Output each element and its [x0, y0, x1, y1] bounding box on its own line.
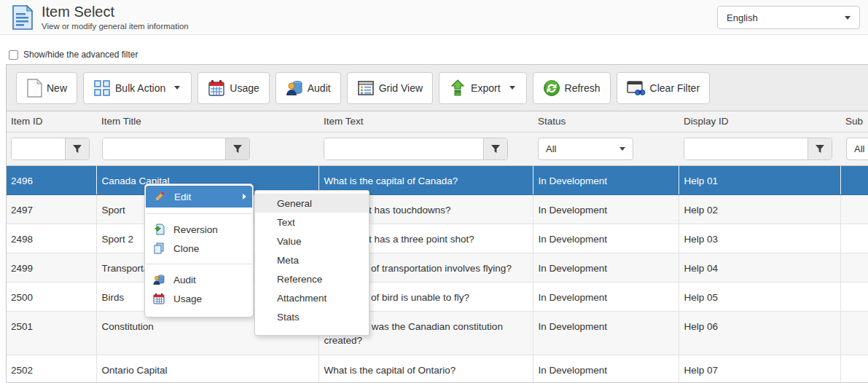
context-menu-item-label: Clone: [173, 243, 199, 254]
advanced-filter-checkbox[interactable]: [9, 50, 18, 60]
context-menu: Edit Reversion Clone Audit: [144, 183, 254, 317]
cell-display-id: Help 07: [679, 355, 840, 383]
context-menu-item-label: Reversion: [173, 224, 218, 235]
context-menu-item-clone[interactable]: Clone: [145, 239, 253, 258]
item-id-filter-input[interactable]: [12, 138, 65, 159]
table-row[interactable]: 2498 Sport 2 What sport has a three poin…: [7, 224, 868, 253]
submenu-item-text[interactable]: Text: [255, 213, 369, 232]
cell-display-id: Help 04: [679, 253, 840, 282]
item-table: Item ID Item Title Item Text Status Disp…: [7, 111, 868, 383]
status-filter-select[interactable]: All: [538, 138, 633, 160]
cell-sub: [840, 355, 868, 383]
new-button-label: New: [47, 82, 67, 94]
bulk-action-button-label: Bulk Action: [115, 82, 165, 94]
calendar-icon: [208, 79, 225, 97]
column-header-status[interactable]: Status: [533, 111, 679, 132]
submenu-item-attachment[interactable]: Attachment: [255, 288, 369, 307]
table-row[interactable]: 2501 Constitution What year was the Cana…: [7, 311, 868, 355]
export-button[interactable]: Export: [439, 72, 526, 104]
chevron-down-icon: [619, 147, 625, 151]
column-header-display-id[interactable]: Display ID: [679, 111, 840, 132]
item-text-filter-input[interactable]: [324, 138, 483, 159]
cell-status: In Development: [533, 253, 679, 282]
submenu-item-meta[interactable]: Meta: [255, 250, 369, 269]
bulk-action-button[interactable]: Bulk Action: [83, 72, 192, 104]
page-header: Item Select View or modify general item …: [0, 0, 868, 35]
advanced-filter-toggle[interactable]: Show/hide the advanced filter: [9, 50, 138, 60]
refresh-button-label: Refresh: [565, 82, 601, 94]
clear-filter-icon: [627, 79, 646, 97]
grid-window-icon: [357, 79, 375, 97]
sub-filter-value: All: [854, 143, 864, 154]
cell-item-id: 2497: [7, 194, 96, 224]
submenu-item-label: Value: [277, 236, 302, 247]
display-id-filter-input[interactable]: [684, 138, 808, 159]
column-header-item-title[interactable]: Item Title: [96, 111, 318, 132]
sub-filter-select[interactable]: All: [846, 138, 868, 160]
new-page-icon: [26, 79, 42, 98]
submenu-item-label: Text: [277, 217, 295, 228]
cell-display-id: Help 06: [679, 311, 840, 355]
submenu-item-label: Meta: [277, 255, 299, 266]
display-id-filter-button[interactable]: [808, 138, 832, 159]
context-menu-item-edit[interactable]: Edit: [146, 186, 252, 208]
table-row[interactable]: 2497 Sport What sport has touchdowns? In…: [7, 194, 868, 224]
toolbar: New Bulk Action: [7, 65, 868, 111]
grid-squares-icon: [93, 79, 111, 97]
cell-status: In Development: [533, 355, 679, 383]
item-text-filter-button[interactable]: [483, 138, 507, 159]
advanced-filter-label: Show/hide the advanced filter: [23, 50, 138, 60]
item-grid-panel: New Bulk Action: [6, 64, 868, 383]
cell-item-title: Ontario Capital: [96, 355, 318, 383]
column-header-item-id[interactable]: Item ID: [7, 111, 96, 132]
cell-sub: [840, 224, 868, 253]
funnel-icon: [72, 144, 82, 154]
submenu-item-general[interactable]: General: [255, 194, 369, 213]
context-menu-item-usage[interactable]: Usage: [145, 289, 253, 308]
item-id-filter-button[interactable]: [65, 138, 89, 159]
cell-display-id: Help 03: [679, 224, 840, 253]
table-row[interactable]: 2496 Canada Capital What is the capital …: [7, 165, 868, 194]
cell-status: In Development: [533, 224, 679, 253]
submenu-item-label: General: [277, 198, 312, 209]
cell-item-id: 2499: [7, 253, 96, 282]
cell-item-text: What is the capital of Ontario?: [318, 355, 533, 383]
submenu-item-stats[interactable]: Stats: [255, 307, 369, 326]
edit-submenu: General Text Value Meta Reference Attach…: [254, 190, 370, 336]
submenu-item-reference[interactable]: Reference: [255, 269, 369, 288]
context-menu-item-audit[interactable]: Audit: [145, 270, 253, 289]
chevron-down-icon: [174, 86, 180, 90]
chevron-down-icon: [509, 86, 515, 90]
context-menu-item-label: Audit: [173, 275, 196, 285]
usage-button[interactable]: Usage: [198, 72, 269, 104]
grid-view-button-label: Grid View: [379, 82, 423, 94]
language-value: English: [727, 12, 758, 23]
cell-status: In Development: [533, 311, 679, 355]
cell-status: In Development: [533, 165, 679, 194]
export-arrow-icon: [449, 79, 466, 97]
submenu-item-value[interactable]: Value: [255, 232, 369, 250]
menu-separator: [146, 264, 252, 264]
table-row[interactable]: 2499 Transportation What type of transpo…: [7, 253, 868, 282]
column-header-sub[interactable]: Sub: [840, 111, 868, 132]
clone-icon: [152, 242, 165, 254]
cell-display-id: Help 05: [679, 282, 840, 311]
new-button[interactable]: New: [16, 72, 77, 104]
grid-view-button[interactable]: Grid View: [347, 72, 433, 104]
funnel-icon: [815, 144, 825, 154]
table-row[interactable]: 2500 Birds What type of bird is unable t…: [7, 282, 868, 311]
table-header-row: Item ID Item Title Item Text Status Disp…: [7, 111, 868, 132]
clear-filter-button[interactable]: Clear Filter: [617, 72, 710, 104]
table-row[interactable]: 2502 Ontario Capital What is the capital…: [7, 355, 868, 383]
context-menu-item-reversion[interactable]: Reversion: [145, 220, 253, 239]
audit-button[interactable]: Audit: [275, 72, 341, 104]
cell-sub: [840, 194, 868, 224]
item-title-filter-input[interactable]: [103, 138, 225, 159]
column-header-item-text[interactable]: Item Text: [318, 111, 533, 132]
refresh-button[interactable]: Refresh: [533, 72, 611, 104]
person-database-icon: [286, 79, 303, 97]
submenu-arrow-icon: [243, 194, 246, 200]
usage-button-label: Usage: [230, 82, 259, 94]
item-title-filter-button[interactable]: [225, 138, 249, 159]
language-select[interactable]: English: [717, 6, 860, 29]
